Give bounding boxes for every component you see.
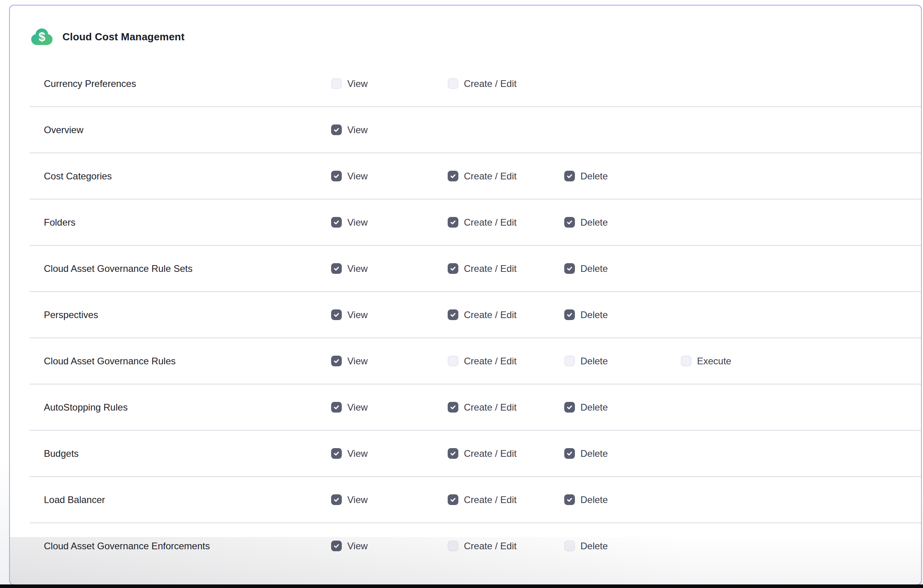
- permission-label: Delete: [580, 217, 608, 228]
- create-edit-checkbox[interactable]: [448, 309, 458, 320]
- create-edit-permission-cell[interactable]: Create / Edit: [448, 494, 564, 505]
- delete-permission-cell[interactable]: Delete: [564, 494, 681, 505]
- checkmark-icon: [566, 404, 573, 411]
- delete-permission-cell[interactable]: Delete: [564, 171, 681, 182]
- permission-label: Delete: [580, 263, 608, 274]
- view-permission-cell[interactable]: View: [331, 356, 448, 367]
- permission-label: Delete: [580, 494, 608, 505]
- permission-label: View: [347, 356, 368, 367]
- permission-label: View: [347, 494, 368, 505]
- view-checkbox[interactable]: [331, 494, 342, 505]
- checkmark-icon: [450, 173, 456, 179]
- view-checkbox[interactable]: [331, 402, 342, 413]
- create-edit-permission-cell[interactable]: Create / Edit: [448, 217, 564, 228]
- permission-label: Delete: [580, 171, 608, 182]
- permission-row-autostopping-rules: AutoStopping Rules View Create / Edit De…: [10, 384, 921, 430]
- permission-label: Create / Edit: [464, 356, 516, 367]
- permission-row-cost-categories: Cost Categories View Create / Edit Delet…: [10, 153, 921, 199]
- create-edit-permission-cell[interactable]: Create / Edit: [448, 448, 564, 459]
- create-edit-permission-cell[interactable]: Create / Edit: [448, 541, 564, 552]
- create-edit-permission-cell[interactable]: Create / Edit: [448, 356, 564, 367]
- delete-checkbox[interactable]: [564, 309, 575, 320]
- create-edit-checkbox[interactable]: [448, 263, 458, 274]
- checkmark-icon: [566, 311, 573, 318]
- checkmark-icon: [333, 450, 340, 457]
- view-permission-cell[interactable]: View: [331, 217, 448, 228]
- view-checkbox[interactable]: [331, 124, 342, 135]
- view-checkbox[interactable]: [331, 309, 342, 320]
- resource-label: Load Balancer: [44, 494, 331, 505]
- delete-checkbox[interactable]: [564, 217, 575, 228]
- checkmark-icon: [450, 496, 456, 503]
- view-checkbox[interactable]: [331, 217, 342, 228]
- create-edit-checkbox[interactable]: [448, 541, 458, 551]
- checkmark-icon: [333, 496, 340, 503]
- create-edit-permission-cell[interactable]: Create / Edit: [448, 263, 564, 274]
- create-edit-checkbox[interactable]: [448, 171, 458, 181]
- delete-checkbox[interactable]: [564, 263, 575, 274]
- create-edit-permission-cell[interactable]: Create / Edit: [448, 78, 564, 89]
- permission-row-folders: Folders View Create / Edit Delete: [10, 200, 921, 245]
- view-checkbox[interactable]: [331, 171, 342, 181]
- resource-label: Perspectives: [44, 309, 331, 320]
- permission-label: View: [347, 402, 368, 413]
- delete-permission-cell[interactable]: Delete: [564, 263, 681, 274]
- view-checkbox[interactable]: [331, 448, 342, 459]
- delete-permission-cell[interactable]: Delete: [564, 541, 681, 552]
- checkmark-icon: [333, 173, 340, 179]
- create-edit-checkbox[interactable]: [448, 217, 458, 228]
- permission-label: Delete: [580, 541, 608, 552]
- checkmark-icon: [450, 404, 456, 411]
- view-checkbox[interactable]: [331, 78, 342, 89]
- checkmark-icon: [566, 265, 573, 272]
- view-permission-cell[interactable]: View: [331, 448, 448, 459]
- checkmark-icon: [450, 219, 456, 226]
- create-edit-permission-cell[interactable]: Create / Edit: [448, 402, 564, 413]
- delete-permission-cell[interactable]: Delete: [564, 402, 681, 413]
- delete-checkbox[interactable]: [564, 494, 575, 505]
- view-permission-cell[interactable]: View: [331, 494, 448, 505]
- permission-row-overview: Overview View: [10, 107, 921, 153]
- delete-permission-cell[interactable]: Delete: [564, 309, 681, 320]
- view-checkbox[interactable]: [331, 356, 342, 366]
- permission-label: Create / Edit: [464, 217, 516, 228]
- create-edit-checkbox[interactable]: [448, 494, 458, 505]
- view-checkbox[interactable]: [331, 263, 342, 274]
- view-permission-cell[interactable]: View: [331, 309, 448, 320]
- create-edit-checkbox[interactable]: [448, 356, 458, 366]
- create-edit-checkbox[interactable]: [448, 78, 458, 89]
- create-edit-checkbox[interactable]: [448, 402, 458, 413]
- delete-checkbox[interactable]: [564, 356, 575, 366]
- delete-checkbox[interactable]: [564, 402, 575, 413]
- delete-checkbox[interactable]: [564, 448, 575, 459]
- delete-permission-cell[interactable]: Delete: [564, 448, 681, 459]
- permission-row-cloud-asset-governance-enforcements: Cloud Asset Governance Enforcements View…: [10, 523, 921, 569]
- permission-label: View: [347, 448, 368, 459]
- resource-label: Overview: [44, 124, 331, 136]
- create-edit-permission-cell[interactable]: Create / Edit: [448, 171, 564, 182]
- execute-checkbox[interactable]: [681, 356, 691, 366]
- delete-permission-cell[interactable]: Delete: [564, 356, 681, 367]
- delete-permission-cell[interactable]: Delete: [564, 217, 681, 228]
- view-permission-cell[interactable]: View: [331, 124, 448, 136]
- permission-label: Execute: [697, 356, 731, 367]
- checkmark-icon: [450, 265, 456, 272]
- execute-permission-cell[interactable]: Execute: [681, 356, 921, 367]
- view-permission-cell[interactable]: View: [331, 171, 448, 182]
- resource-label: Currency Preferences: [44, 78, 331, 89]
- delete-checkbox[interactable]: [564, 171, 575, 181]
- view-permission-cell[interactable]: View: [331, 402, 448, 413]
- permission-label: View: [347, 263, 368, 274]
- permission-label: Create / Edit: [464, 309, 516, 320]
- create-edit-checkbox[interactable]: [448, 448, 458, 459]
- create-edit-permission-cell[interactable]: Create / Edit: [448, 309, 564, 320]
- permission-row-budgets: Budgets View Create / Edit Delete: [10, 431, 921, 476]
- view-checkbox[interactable]: [331, 541, 342, 551]
- resource-label: Cloud Asset Governance Rule Sets: [44, 263, 331, 274]
- view-permission-cell[interactable]: View: [331, 541, 448, 552]
- module-title: Cloud Cost Management: [62, 31, 185, 43]
- view-permission-cell[interactable]: View: [331, 78, 448, 89]
- delete-checkbox[interactable]: [564, 541, 575, 551]
- permission-row-currency-preferences: Currency Preferences View Create / Edit: [10, 61, 921, 106]
- view-permission-cell[interactable]: View: [331, 263, 448, 274]
